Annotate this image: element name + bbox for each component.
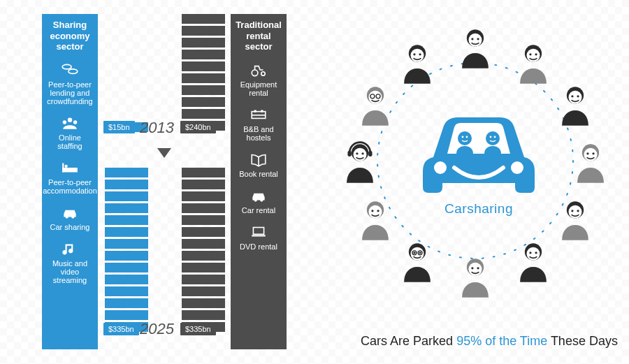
svg-point-48 (471, 267, 473, 269)
svg-point-24 (471, 38, 473, 40)
svg-point-9 (71, 215, 74, 218)
car-smiling-icon (416, 105, 542, 203)
person-glasses-icon (356, 84, 394, 126)
person-icon (556, 198, 594, 240)
traditional-item-label: DVD rental (240, 242, 277, 251)
traditional-title: Traditional rental sector (235, 20, 282, 52)
center-car: Carsharing (416, 105, 542, 224)
svg-point-52 (413, 252, 415, 254)
person-icon (398, 240, 436, 282)
traditional-column: Traditional rental sector Equipment rent… (231, 14, 287, 349)
svg-point-28 (529, 53, 531, 55)
svg-point-73 (419, 53, 421, 55)
sharing-title: Sharing economy sector (46, 20, 94, 52)
car-icon (61, 205, 79, 220)
traditional-item-label: Car rental (242, 206, 275, 214)
traditional-item-label: B&B and hostels (235, 125, 282, 142)
svg-point-81 (511, 161, 523, 174)
coins-icon (61, 62, 79, 78)
sharing-item-label: Peer-to-peer lending and crowdfunding (46, 80, 94, 105)
caption-highlight: 95% of the Time (456, 334, 547, 348)
badge-sharing-2025: $335bn (103, 323, 139, 335)
badge-trad-2013: $240bn (180, 121, 216, 133)
music-icon (61, 241, 79, 256)
svg-point-11 (261, 71, 265, 75)
svg-point-32 (571, 95, 573, 97)
person-icon (556, 84, 594, 126)
bar-area (105, 14, 224, 349)
bar-trad-2013 (182, 14, 225, 133)
caption: Cars Are Parked 95% of the Time These Da… (349, 334, 629, 349)
person-icon (514, 42, 552, 84)
person-headphones-icon (341, 141, 379, 183)
badge-sharing-2013: $15bn (103, 121, 135, 133)
caption-post: These Days (547, 334, 618, 348)
svg-point-75 (462, 136, 464, 138)
svg-point-0 (62, 64, 71, 69)
svg-point-80 (434, 161, 447, 174)
svg-point-59 (377, 210, 379, 212)
bar-trad-2025 (182, 168, 225, 334)
svg-point-62 (356, 152, 358, 154)
svg-point-77 (486, 131, 500, 145)
sharing-item-label: Peer-to-peer accommodation (43, 178, 97, 195)
svg-rect-15 (261, 110, 263, 112)
people-icon (61, 115, 79, 131)
svg-rect-20 (252, 235, 266, 236)
svg-point-2 (68, 117, 73, 122)
person-icon (456, 256, 494, 298)
year-2025: 2025 (140, 320, 174, 338)
arrow-down-icon (157, 148, 171, 158)
svg-point-79 (494, 136, 496, 138)
svg-point-74 (458, 131, 472, 145)
sharing-item-label: Music and video streaming (46, 259, 94, 284)
svg-point-1 (68, 69, 78, 74)
laptop-icon (250, 224, 268, 240)
svg-rect-65 (368, 151, 372, 156)
sector-comparison-chart: Sharing economy sector Peer-to-peer lend… (0, 0, 308, 364)
person-icon (398, 42, 436, 84)
svg-point-78 (490, 136, 492, 138)
svg-point-49 (477, 267, 479, 269)
sharing-item-label: Car sharing (50, 223, 90, 231)
svg-point-63 (361, 152, 363, 154)
svg-point-3 (63, 120, 66, 124)
svg-point-25 (477, 38, 479, 40)
svg-rect-64 (347, 151, 351, 156)
year-2013: 2013 (140, 119, 174, 137)
sharing-item-label: Online staffing (46, 133, 94, 150)
svg-point-58 (371, 210, 373, 212)
svg-point-76 (466, 136, 468, 138)
person-icon (572, 141, 609, 183)
svg-rect-19 (253, 227, 263, 234)
book-icon (250, 152, 268, 167)
traditional-item-label: Equipment rental (235, 80, 282, 97)
hostel-bed-icon (250, 107, 268, 122)
svg-point-36 (586, 152, 588, 154)
svg-point-72 (413, 53, 415, 55)
carsharing-diagram: Carsharing (335, 14, 615, 307)
svg-rect-14 (254, 110, 256, 112)
badge-trad-2025: $335bn (180, 323, 216, 335)
svg-point-29 (535, 53, 537, 55)
caption-pre: Cars Are Parked (361, 334, 456, 348)
traditional-item-label: Book rental (239, 170, 278, 178)
svg-point-10 (252, 70, 258, 76)
svg-point-45 (535, 252, 537, 254)
svg-point-37 (592, 152, 594, 154)
carsharing-label: Carsharing (416, 201, 542, 217)
svg-point-7 (64, 164, 67, 167)
svg-point-33 (577, 95, 579, 97)
svg-point-18 (260, 198, 263, 201)
car-rental-icon (250, 188, 268, 203)
bar-sharing-2025 (105, 168, 148, 334)
svg-point-8 (66, 215, 68, 218)
svg-rect-5 (62, 168, 78, 173)
bed-icon (61, 160, 79, 175)
svg-point-40 (571, 210, 573, 212)
svg-rect-13 (252, 115, 266, 116)
svg-point-41 (577, 210, 579, 212)
sharing-column: Sharing economy sector Peer-to-peer lend… (42, 14, 98, 349)
svg-point-17 (254, 198, 257, 201)
person-icon (356, 198, 394, 240)
